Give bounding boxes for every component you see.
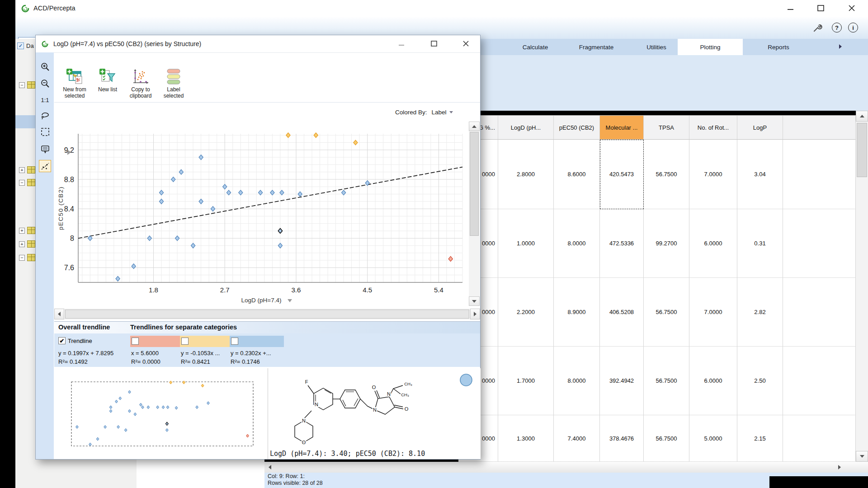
y-axis-label[interactable]: pEC50 (CB2) bbox=[57, 186, 64, 230]
table-cell[interactable]: 2.82 bbox=[737, 278, 783, 347]
table-cell[interactable]: 7.0000 bbox=[689, 278, 737, 347]
tree-expander[interactable]: − bbox=[19, 82, 25, 88]
data-point-blue[interactable] bbox=[175, 236, 179, 241]
overall-trendline-toggle[interactable]: ✔ Trendline bbox=[58, 337, 92, 344]
data-point-blue[interactable] bbox=[88, 236, 92, 241]
lasso-select-icon[interactable] bbox=[39, 109, 51, 122]
table-cell[interactable]: 1.0000 bbox=[498, 209, 554, 278]
data-point-blue[interactable] bbox=[191, 243, 195, 248]
data-point-blue[interactable] bbox=[298, 192, 302, 197]
chart-hscroll-thumb[interactable] bbox=[65, 310, 469, 319]
tree-item-icon[interactable] bbox=[27, 240, 35, 248]
table-cell[interactable]: 2.50 bbox=[737, 347, 783, 415]
data-point-blue[interactable] bbox=[199, 155, 203, 160]
tree-expander[interactable]: − bbox=[19, 255, 25, 261]
category-checkbox[interactable] bbox=[231, 338, 238, 345]
tree-expander[interactable]: + bbox=[19, 228, 25, 234]
data-point-blue[interactable] bbox=[159, 199, 163, 204]
table-cell[interactable] bbox=[783, 209, 856, 278]
table-vscrollbar[interactable] bbox=[856, 111, 868, 462]
x-axis-menu-icon[interactable] bbox=[288, 299, 292, 302]
table-cell[interactable]: 8.0000 bbox=[554, 209, 600, 278]
maximize-button[interactable] bbox=[816, 4, 826, 13]
info-icon[interactable]: i bbox=[848, 23, 858, 33]
table-cell[interactable] bbox=[783, 278, 856, 347]
table-cell[interactable]: 7.4000 bbox=[554, 415, 600, 462]
tree-item-icon[interactable] bbox=[27, 254, 35, 261]
tree-item-icon[interactable] bbox=[27, 166, 35, 174]
table-cell[interactable]: 2.8000 bbox=[498, 140, 554, 209]
table-cell[interactable]: 56.7500 bbox=[644, 140, 689, 209]
dialog-close-icon[interactable] bbox=[462, 39, 471, 48]
tree-item-icon[interactable] bbox=[27, 179, 35, 186]
table-cell[interactable]: 2.15 bbox=[737, 415, 783, 462]
table-cell[interactable]: 56.7500 bbox=[644, 347, 689, 415]
selected-data-point[interactable] bbox=[278, 229, 282, 234]
table-hscrollbar[interactable] bbox=[264, 462, 868, 473]
copy-to-clipboard-button[interactable]: Copy to clipboard bbox=[124, 68, 157, 99]
close-button[interactable] bbox=[847, 4, 856, 13]
table-cell[interactable]: 56.7500 bbox=[644, 415, 689, 462]
chart-scroll-right-icon[interactable] bbox=[470, 309, 480, 319]
column-header[interactable]: pEC50 (CB2) bbox=[554, 115, 600, 140]
data-point-red[interactable] bbox=[448, 256, 453, 261]
tree-expander[interactable]: + bbox=[19, 167, 25, 173]
minimize-button[interactable] bbox=[786, 4, 795, 13]
chart-hscrollbar[interactable] bbox=[54, 309, 480, 319]
data-point-blue[interactable] bbox=[132, 264, 136, 269]
zoom-1to1-button[interactable]: 1:1 bbox=[39, 94, 51, 106]
minimap-view-rectangle[interactable] bbox=[71, 382, 253, 446]
data-point-orange[interactable] bbox=[286, 133, 290, 138]
data-point-blue[interactable] bbox=[171, 177, 175, 182]
help-icon[interactable]: ? bbox=[832, 23, 842, 33]
overview-minimap[interactable] bbox=[54, 368, 268, 459]
tree-item-icon[interactable] bbox=[27, 227, 35, 234]
tree-expander[interactable]: − bbox=[19, 180, 25, 186]
column-header[interactable]: Molecular ... bbox=[600, 115, 644, 140]
series-color-badge[interactable] bbox=[460, 374, 472, 386]
column-header[interactable]: TPSA bbox=[644, 115, 689, 140]
tab-reports[interactable]: Reports bbox=[738, 39, 819, 55]
table-cell[interactable]: 7.0000 bbox=[689, 140, 737, 209]
data-point-orange[interactable] bbox=[354, 140, 358, 145]
column-header[interactable]: LogP bbox=[737, 115, 783, 140]
table-cell[interactable]: 472.5336 bbox=[600, 209, 644, 278]
trendline-checkbox[interactable]: ✔ bbox=[58, 337, 66, 344]
label-comment-icon[interactable] bbox=[39, 143, 51, 155]
table-cell[interactable]: 406.5208 bbox=[600, 278, 644, 347]
data-point-blue[interactable] bbox=[147, 236, 151, 241]
zoom-in-icon[interactable] bbox=[39, 61, 51, 73]
trendline-tool-icon[interactable] bbox=[39, 160, 51, 172]
chart-scroll-left-icon[interactable] bbox=[54, 309, 64, 319]
data-point-blue[interactable] bbox=[179, 169, 183, 174]
table-cell[interactable] bbox=[783, 140, 856, 209]
settings-wrench-icon[interactable] bbox=[812, 23, 823, 33]
chart-scroll-down-icon[interactable] bbox=[469, 296, 480, 306]
table-cell[interactable]: 8.6000 bbox=[554, 140, 600, 209]
scroll-down-icon[interactable] bbox=[856, 451, 868, 462]
table-cell[interactable]: 8.9000 bbox=[554, 278, 600, 347]
table-cell[interactable]: 378.4676 bbox=[600, 415, 644, 462]
data-point-blue[interactable] bbox=[116, 276, 120, 281]
category-checkbox[interactable] bbox=[181, 338, 189, 345]
column-header[interactable]: No. of Rot... bbox=[689, 115, 737, 140]
data-point-blue[interactable] bbox=[211, 206, 215, 211]
table-cell[interactable]: 6.0000 bbox=[689, 209, 737, 278]
chart-vscrollbar[interactable] bbox=[469, 122, 480, 306]
tree-expander[interactable]: + bbox=[19, 241, 25, 247]
marquee-select-icon[interactable] bbox=[39, 126, 51, 138]
tab-utilities[interactable]: Utilities bbox=[616, 39, 697, 55]
x-axis-label[interactable]: LogD (pH=7.4) bbox=[241, 297, 282, 304]
scroll-right-icon[interactable] bbox=[835, 463, 844, 472]
table-cell[interactable]: 1.7000 bbox=[498, 347, 554, 415]
tree-item-icon[interactable] bbox=[27, 81, 35, 89]
column-header-empty[interactable] bbox=[783, 115, 856, 140]
table-cell[interactable] bbox=[783, 347, 856, 415]
vscroll-thumb[interactable] bbox=[857, 123, 867, 177]
table-cell[interactable]: 392.4942 bbox=[600, 347, 644, 415]
tab-overflow-icon[interactable] bbox=[839, 44, 842, 49]
trendline[interactable] bbox=[78, 167, 462, 239]
column-header[interactable]: LogD (pH... bbox=[498, 115, 554, 140]
new-list-button[interactable]: New list bbox=[91, 68, 124, 93]
data-point-orange[interactable] bbox=[314, 133, 318, 138]
